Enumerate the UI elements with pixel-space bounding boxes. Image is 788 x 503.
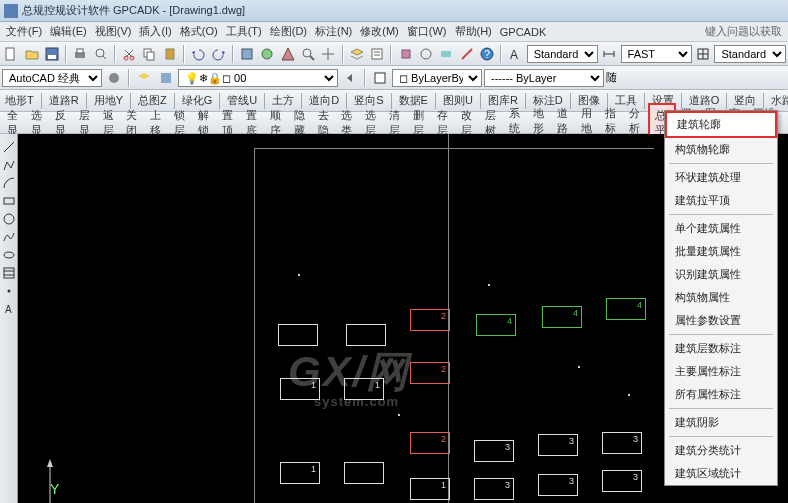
building-rect-5[interactable]: 4 bbox=[606, 298, 646, 320]
building-rect-10[interactable] bbox=[344, 462, 384, 484]
menu-view[interactable]: 视图(V) bbox=[91, 22, 136, 41]
layer-manager-icon[interactable] bbox=[134, 68, 154, 88]
new-icon[interactable] bbox=[2, 44, 20, 64]
point-icon[interactable] bbox=[2, 284, 16, 298]
properties-icon[interactable] bbox=[368, 44, 386, 64]
menu-annotate[interactable]: 标注(N) bbox=[311, 22, 356, 41]
menu-file[interactable]: 文件(F) bbox=[2, 22, 46, 41]
dropdown-item-19[interactable]: 建筑区域统计 bbox=[665, 462, 777, 485]
color-icon[interactable] bbox=[370, 68, 390, 88]
undo-icon[interactable] bbox=[189, 44, 207, 64]
linetype-combo[interactable]: ------ ByLayer bbox=[484, 69, 604, 87]
building-rect-4[interactable]: 4 bbox=[542, 306, 582, 328]
paste-icon[interactable] bbox=[161, 44, 179, 64]
building-rect-12[interactable]: 1 bbox=[410, 478, 450, 500]
dropdown-item-10[interactable]: 属性参数设置 bbox=[665, 309, 777, 332]
svg-rect-12 bbox=[242, 49, 252, 59]
menu-draw[interactable]: 绘图(D) bbox=[266, 22, 311, 41]
font-icon[interactable]: A bbox=[506, 44, 524, 64]
building-rect-0[interactable] bbox=[278, 324, 318, 346]
dropdown-item-1[interactable]: 构筑物轮廓 bbox=[665, 138, 777, 161]
svg-rect-19 bbox=[402, 50, 410, 58]
building-rect-2[interactable]: 2 bbox=[410, 309, 450, 331]
building-rect-6[interactable]: 1 bbox=[280, 378, 320, 400]
hatch-icon[interactable] bbox=[2, 266, 16, 280]
dropdown-item-16[interactable]: 建筑阴影 bbox=[665, 411, 777, 434]
workspace-combo[interactable]: AutoCAD 经典 bbox=[2, 69, 102, 87]
building-rect-13[interactable]: 3 bbox=[474, 440, 514, 462]
tool-icon[interactable] bbox=[238, 44, 256, 64]
dim-icon[interactable] bbox=[600, 44, 618, 64]
dropdown-item-4[interactable]: 建筑拉平顶 bbox=[665, 189, 777, 212]
color-combo[interactable]: ◻ ByLayerByLayer bbox=[392, 69, 482, 87]
misc1-icon[interactable] bbox=[396, 44, 414, 64]
zoom-icon[interactable] bbox=[299, 44, 317, 64]
svg-point-31 bbox=[109, 73, 119, 83]
dim-style-combo[interactable]: FAST bbox=[621, 45, 693, 63]
misc4-icon[interactable] bbox=[458, 44, 476, 64]
building-rect-9[interactable]: 1 bbox=[280, 462, 320, 484]
circle-icon[interactable] bbox=[2, 212, 16, 226]
building-rect-3[interactable]: 4 bbox=[476, 314, 516, 336]
building-rect-1[interactable] bbox=[346, 324, 386, 346]
menu-tools[interactable]: 工具(T) bbox=[222, 22, 266, 41]
copy-icon[interactable] bbox=[140, 44, 158, 64]
menu-window[interactable]: 窗口(W) bbox=[403, 22, 451, 41]
dropdown-separator bbox=[669, 163, 773, 164]
building-rect-14[interactable]: 3 bbox=[474, 478, 514, 500]
rect-icon[interactable] bbox=[2, 194, 16, 208]
misc3-icon[interactable] bbox=[437, 44, 455, 64]
layer-combo[interactable]: 💡❄🔒◻ 00 bbox=[178, 69, 338, 87]
redo-icon[interactable] bbox=[209, 44, 227, 64]
building-rect-18[interactable]: 3 bbox=[602, 470, 642, 492]
layer-icon[interactable] bbox=[348, 44, 366, 64]
ellipse-icon[interactable] bbox=[2, 248, 16, 262]
text-icon[interactable]: A bbox=[2, 302, 16, 316]
app-icon bbox=[4, 4, 18, 18]
dropdown-item-13[interactable]: 主要属性标注 bbox=[665, 360, 777, 383]
dropdown-item-0[interactable]: 建筑轮廓 bbox=[665, 111, 777, 138]
dropdown-item-3[interactable]: 环状建筑处理 bbox=[665, 166, 777, 189]
help-icon[interactable]: ? bbox=[478, 44, 496, 64]
dropdown-item-7[interactable]: 批量建筑属性 bbox=[665, 240, 777, 263]
table-icon[interactable] bbox=[694, 44, 712, 64]
menu-format[interactable]: 格式(O) bbox=[176, 22, 222, 41]
arc-icon[interactable] bbox=[2, 176, 16, 190]
cut-icon[interactable] bbox=[120, 44, 138, 64]
text-style-combo[interactable]: Standard bbox=[527, 45, 599, 63]
save-icon[interactable] bbox=[43, 44, 61, 64]
building-rect-15[interactable]: 3 bbox=[538, 434, 578, 456]
tool3-icon[interactable] bbox=[279, 44, 297, 64]
open-icon[interactable] bbox=[22, 44, 40, 64]
dropdown-item-6[interactable]: 单个建筑属性 bbox=[665, 217, 777, 240]
dropdown-item-12[interactable]: 建筑层数标注 bbox=[665, 337, 777, 360]
dropdown-item-9[interactable]: 构筑物属性 bbox=[665, 286, 777, 309]
line-icon[interactable] bbox=[2, 140, 16, 154]
layer-prev-icon[interactable] bbox=[340, 68, 360, 88]
tool2-icon[interactable] bbox=[258, 44, 276, 64]
menu-modify[interactable]: 修改(M) bbox=[356, 22, 403, 41]
misc2-icon[interactable] bbox=[417, 44, 435, 64]
menu-help[interactable]: 帮助(H) bbox=[451, 22, 496, 41]
dropdown-item-8[interactable]: 识别建筑属性 bbox=[665, 263, 777, 286]
menu-gpcadk[interactable]: GPCADK bbox=[496, 24, 550, 40]
building-rect-7[interactable]: 1 bbox=[344, 378, 384, 400]
dropdown-item-18[interactable]: 建筑分类统计 bbox=[665, 439, 777, 462]
spline-icon[interactable] bbox=[2, 230, 16, 244]
preview-icon[interactable] bbox=[92, 44, 110, 64]
building-rect-16[interactable]: 3 bbox=[538, 474, 578, 496]
random-label[interactable]: 随 bbox=[606, 70, 617, 85]
pan-icon[interactable] bbox=[319, 44, 337, 64]
building-rect-8[interactable]: 2 bbox=[410, 362, 450, 384]
ws-settings-icon[interactable] bbox=[104, 68, 124, 88]
print-icon[interactable] bbox=[71, 44, 89, 64]
menu-edit[interactable]: 编辑(E) bbox=[46, 22, 91, 41]
building-rect-11[interactable]: 2 bbox=[410, 432, 450, 454]
dropdown-item-14[interactable]: 所有属性标注 bbox=[665, 383, 777, 406]
table-style-combo[interactable]: Standard bbox=[714, 45, 786, 63]
menu-insert[interactable]: 插入(I) bbox=[135, 22, 175, 41]
polyline-icon[interactable] bbox=[2, 158, 16, 172]
help-hint[interactable]: 键入问题以获取 bbox=[705, 24, 786, 39]
layer-state-icon[interactable] bbox=[156, 68, 176, 88]
building-rect-17[interactable]: 3 bbox=[602, 432, 642, 454]
